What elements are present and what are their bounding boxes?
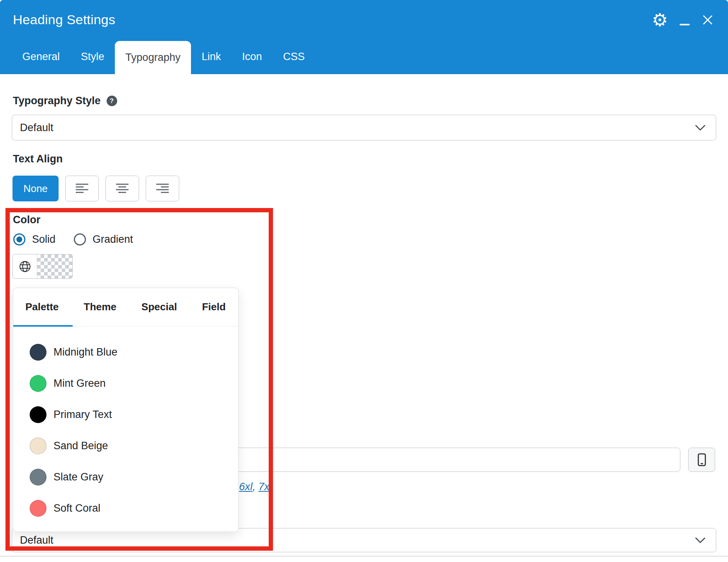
picker-tab-field[interactable]: Field [202, 301, 226, 313]
palette-item-slate-gray[interactable]: Slate Gray [13, 461, 238, 493]
typography-style-field-label-row: Typography Style ? [13, 95, 117, 107]
window-controls: ⚙ [652, 11, 714, 29]
font-size-input[interactable] [211, 448, 680, 472]
chevron-down-icon [695, 124, 706, 131]
color-swatch-circle [30, 500, 46, 517]
dialog-tabs: General Style Typography Link Icon CSS [0, 39, 728, 74]
picker-tab-theme[interactable]: Theme [84, 301, 116, 313]
typography-style-select[interactable]: Default [12, 115, 716, 140]
align-right-icon [156, 183, 169, 194]
tab-icon[interactable]: Icon [232, 39, 273, 74]
text-align-center-button[interactable] [105, 176, 139, 201]
color-swatch-circle [30, 406, 46, 423]
color-type-gradient-label: Gradient [93, 233, 133, 245]
gear-icon: ⚙ [652, 11, 668, 29]
help-icon[interactable]: ? [107, 96, 117, 106]
palette-color-list: Midnight Blue Mint Green Primary Text Sa… [13, 326, 238, 524]
minimize-button[interactable] [680, 11, 690, 29]
palette-item-label: Slate Gray [54, 471, 103, 483]
transparent-color-preview[interactable] [37, 254, 72, 278]
color-type-solid-radio[interactable]: Solid [13, 233, 55, 245]
mobile-icon [698, 453, 706, 466]
tab-style[interactable]: Style [70, 39, 115, 74]
color-swatch-circle [30, 438, 46, 454]
dialog-title: Heading Settings [13, 12, 115, 27]
close-icon [701, 14, 714, 26]
color-picker-popover: Palette Theme Special Field Midnight Blu… [13, 288, 239, 532]
palette-item-label: Midnight Blue [54, 346, 118, 358]
palette-item-mint-green[interactable]: Mint Green [13, 368, 238, 399]
active-tab-underline [13, 325, 73, 327]
typography-style-select-value: Default [20, 122, 54, 134]
heading-settings-dialog: Heading Settings ⚙ General Style Typogra… [0, 0, 728, 562]
responsive-toggle-button[interactable] [688, 448, 715, 472]
bottom-select-value: Default [20, 534, 54, 546]
color-type-gradient-radio[interactable]: Gradient [74, 233, 133, 245]
settings-button[interactable]: ⚙ [652, 11, 668, 29]
text-align-right-button[interactable] [146, 176, 179, 201]
color-swatch-circle [30, 375, 46, 392]
align-left-icon [75, 183, 89, 194]
align-center-icon [116, 183, 129, 194]
panel-bottom-border [0, 556, 728, 557]
color-swatch-circle [30, 344, 46, 361]
color-swatch-control[interactable] [12, 254, 73, 279]
tab-general[interactable]: General [12, 39, 70, 74]
picker-tab-special[interactable]: Special [141, 301, 177, 313]
typography-style-label: Typography Style [13, 95, 101, 107]
picker-tab-palette[interactable]: Palette [25, 301, 59, 313]
color-picker-tabs: Palette Theme Special Field [13, 288, 238, 326]
color-type-solid-label: Solid [32, 233, 55, 245]
palette-item-label: Sand Beige [54, 440, 108, 452]
close-button[interactable] [701, 11, 714, 29]
globe-icon [13, 254, 37, 278]
text-align-none-button[interactable]: None [12, 176, 59, 201]
radio-unselected-icon [74, 233, 86, 245]
text-align-label: Text Align [13, 153, 63, 165]
text-align-left-button[interactable] [65, 176, 99, 201]
text-align-options: None [12, 176, 179, 201]
color-label: Color [13, 214, 41, 226]
chevron-down-icon [695, 537, 706, 544]
minimize-icon [680, 24, 690, 25]
size-link-6xl[interactable]: 6xl [239, 481, 253, 493]
tab-css[interactable]: CSS [273, 39, 316, 74]
palette-item-sand-beige[interactable]: Sand Beige [13, 430, 238, 461]
palette-item-label: Soft Coral [54, 502, 100, 514]
tab-link[interactable]: Link [191, 39, 232, 74]
palette-item-label: Mint Green [54, 377, 106, 389]
dialog-titlebar: Heading Settings ⚙ [0, 0, 728, 39]
radio-selected-icon [13, 233, 25, 245]
palette-item-label: Primary Text [54, 409, 112, 421]
palette-item-primary-text[interactable]: Primary Text [13, 399, 238, 430]
palette-item-midnight-blue[interactable]: Midnight Blue [13, 336, 238, 368]
font-size-preset-links: 6xl, 7x [239, 481, 269, 493]
tab-typography[interactable]: Typography [115, 41, 191, 74]
size-links-separator: , [253, 481, 259, 493]
color-swatch-circle [30, 469, 46, 486]
size-link-7x[interactable]: 7x [259, 481, 270, 493]
palette-item-soft-coral[interactable]: Soft Coral [13, 493, 238, 524]
color-type-options: Solid Gradient [13, 233, 133, 245]
